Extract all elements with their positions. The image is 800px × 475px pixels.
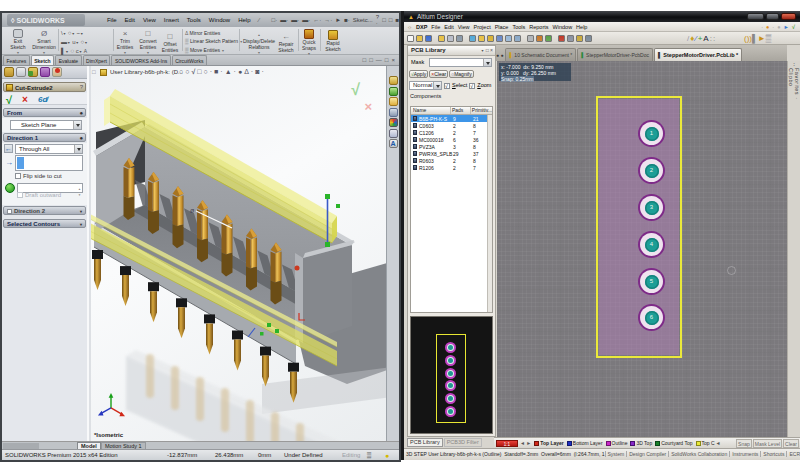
svg-text:ø: ø [190,207,195,214]
